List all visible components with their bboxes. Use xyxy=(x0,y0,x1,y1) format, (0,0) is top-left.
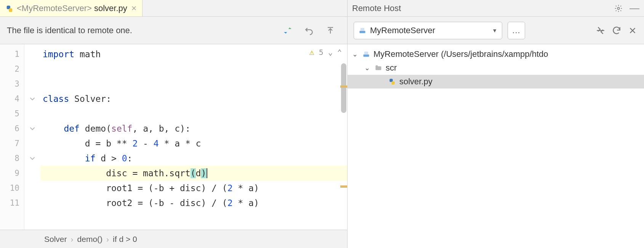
tree-node-file[interactable]: solver.py xyxy=(348,75,644,89)
editor-tab[interactable]: <MyRemoteServer> solver.py ✕ xyxy=(0,0,143,16)
svg-rect-1 xyxy=(9,8,12,12)
editor-tab-label: <MyRemoteServer> solver.py xyxy=(17,3,127,13)
svg-rect-4 xyxy=(360,28,364,31)
breadcrumb[interactable]: Solver › demo() › if d > 0 xyxy=(0,230,347,248)
line-number: 2 xyxy=(0,61,24,76)
remote-diff-message: The file is identical to remote one. xyxy=(7,26,282,35)
line-number: 6 xyxy=(0,121,24,136)
line-number: 11 xyxy=(0,195,24,210)
folder-icon xyxy=(374,64,383,72)
tree-node-folder[interactable]: ⌄ scr xyxy=(348,61,644,75)
remote-server-name: MyRemoteServer xyxy=(370,26,435,35)
change-marker xyxy=(340,85,347,88)
fold-toggle-icon[interactable] xyxy=(24,151,40,166)
caret xyxy=(207,168,207,178)
remote-server-select[interactable]: MyRemoteServer ▼ xyxy=(354,22,502,39)
svg-rect-8 xyxy=(391,81,394,84)
more-button[interactable]: ... xyxy=(508,22,525,39)
tree-node-label: solver.py xyxy=(399,77,433,87)
chevron-down-icon[interactable]: ⌄ xyxy=(352,50,359,58)
compare-icon[interactable] xyxy=(282,25,293,36)
breadcrumb-item[interactable]: if d > 0 xyxy=(113,235,137,244)
editor-scrollbar[interactable] xyxy=(341,63,346,113)
code-editor[interactable]: 1 2 3 4 5 6 7 8 9 10 11 xyxy=(0,44,347,230)
fold-toggle-icon[interactable] xyxy=(24,91,40,106)
breadcrumb-item[interactable]: Solver xyxy=(44,235,67,244)
server-icon xyxy=(362,50,370,58)
code-area[interactable]: ⚠ 5 ⌄ ⌃ import math class Solver: def de… xyxy=(40,44,347,230)
tree-node-label: scr xyxy=(386,63,397,73)
panel-header: Remote Host — xyxy=(348,0,644,17)
chevron-right-icon: › xyxy=(106,235,109,244)
editor-pane: <MyRemoteServer> solver.py ✕ The file is… xyxy=(0,0,348,248)
diff-icon[interactable] xyxy=(595,25,606,36)
line-number: 7 xyxy=(0,136,24,151)
tree-node-label: MyRemoteServer (/Users/jetbrains/xampp/h… xyxy=(373,49,548,59)
editor-tab-strip: <MyRemoteServer> solver.py ✕ xyxy=(0,0,347,17)
line-number: 4 xyxy=(0,91,24,106)
gear-icon[interactable] xyxy=(614,4,623,13)
chevron-down-icon[interactable]: ⌄ xyxy=(364,64,371,72)
upload-icon[interactable] xyxy=(325,25,336,36)
line-number: 3 xyxy=(0,76,24,91)
python-file-icon xyxy=(5,5,13,12)
chevron-right-icon: › xyxy=(71,235,74,244)
close-icon[interactable] xyxy=(627,25,638,36)
change-marker xyxy=(340,185,347,188)
line-number: 1 xyxy=(0,47,24,61)
remote-host-panel: Remote Host — MyRemoteServer ▼ ... xyxy=(348,0,644,248)
minimize-icon[interactable]: — xyxy=(630,6,639,10)
remote-file-tree[interactable]: ⌄ MyRemoteServer (/Users/jetbrains/xampp… xyxy=(348,44,644,248)
line-number: 5 xyxy=(0,106,24,121)
line-number: 8 xyxy=(0,151,24,166)
breadcrumb-item[interactable]: demo() xyxy=(77,235,103,244)
svg-point-2 xyxy=(617,7,620,10)
chevron-down-icon: ▼ xyxy=(492,27,497,34)
svg-rect-5 xyxy=(364,55,369,57)
line-number: 10 xyxy=(0,180,24,195)
fold-toggle-icon[interactable] xyxy=(24,121,40,136)
refresh-icon[interactable] xyxy=(611,25,622,36)
python-file-icon xyxy=(388,78,396,85)
server-icon xyxy=(359,27,366,34)
tree-node-server[interactable]: ⌄ MyRemoteServer (/Users/jetbrains/xampp… xyxy=(348,47,644,61)
line-number: 9 xyxy=(0,166,24,180)
remote-diff-bar: The file is identical to remote one. xyxy=(0,17,347,44)
ellipsis-label: ... xyxy=(512,26,520,35)
svg-rect-3 xyxy=(360,31,365,33)
fold-gutter xyxy=(24,44,40,230)
close-tab-icon[interactable]: ✕ xyxy=(131,4,137,13)
svg-rect-6 xyxy=(364,52,368,54)
panel-title: Remote Host xyxy=(352,3,614,13)
undo-icon[interactable] xyxy=(304,25,314,36)
remote-toolbar: MyRemoteServer ▼ ... xyxy=(348,17,644,44)
line-number-gutter: 1 2 3 4 5 6 7 8 9 10 11 xyxy=(0,44,24,230)
